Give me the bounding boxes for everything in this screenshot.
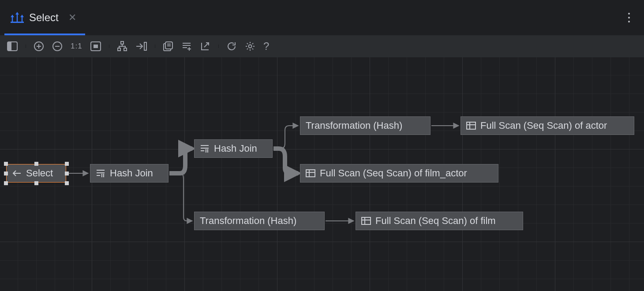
tab-select[interactable]: Select ✕ [4, 0, 85, 35]
selection-handle[interactable] [65, 181, 69, 185]
svg-rect-9 [124, 48, 127, 51]
svg-rect-2 [8, 42, 11, 50]
node-label: Hash Join [110, 168, 153, 179]
zoom-in-button[interactable] [34, 41, 44, 52]
toggle-sidebar-button[interactable] [7, 41, 18, 51]
close-icon[interactable]: ✕ [68, 13, 76, 22]
table-icon [306, 169, 315, 177]
selection-handle[interactable] [34, 162, 38, 166]
svg-rect-8 [118, 48, 120, 51]
svg-point-12 [248, 45, 251, 48]
text-frame-button[interactable] [181, 41, 192, 52]
node-fullscan-film[interactable]: Full Scan (Seq Scan) of film [356, 212, 523, 230]
zoom-out-button[interactable] [52, 41, 63, 52]
join-icon [200, 145, 210, 153]
svg-rect-15 [306, 170, 315, 177]
stack-view-button[interactable] [163, 41, 173, 52]
toolbar: 1:1 ? [0, 35, 644, 57]
explain-plan-icon [11, 12, 24, 23]
tab-label: Select [29, 11, 59, 24]
node-label: Full Scan (Seq Scan) of film_actor [320, 168, 467, 179]
node-fullscan-film-actor[interactable]: Full Scan (Seq Scan) of film_actor [300, 164, 498, 183]
svg-text:?: ? [263, 41, 269, 52]
node-transformation-hash-2[interactable]: Transformation (Hash) [194, 212, 325, 230]
node-label: Full Scan (Seq Scan) of actor [480, 120, 607, 131]
help-button[interactable]: ? [263, 41, 270, 52]
zoom-reset-button[interactable]: 1:1 [71, 42, 82, 51]
refresh-button[interactable] [226, 41, 237, 52]
navigate-into-button[interactable] [135, 41, 147, 51]
tab-bar: Select ✕ [0, 0, 644, 35]
join-icon [96, 169, 105, 177]
selection-handle[interactable] [4, 172, 8, 175]
layout-button[interactable] [117, 41, 127, 52]
svg-rect-14 [467, 122, 476, 129]
svg-rect-0 [11, 22, 24, 23]
node-label: Hash Join [214, 143, 257, 154]
node-select[interactable]: Select [6, 164, 66, 183]
export-button[interactable] [200, 41, 210, 52]
selection-handle[interactable] [65, 172, 69, 175]
node-fullscan-actor[interactable]: Full Scan (Seq Scan) of actor [461, 116, 634, 135]
table-icon [466, 122, 476, 130]
node-hash-join-2[interactable]: Hash Join [194, 139, 273, 158]
node-label: Select [26, 168, 53, 179]
selection-handle[interactable] [4, 181, 8, 185]
selection-handle[interactable] [34, 181, 38, 185]
settings-button[interactable] [245, 41, 255, 52]
svg-rect-6 [94, 45, 98, 48]
svg-rect-10 [144, 42, 146, 50]
node-transformation-hash-1[interactable]: Transformation (Hash) [300, 116, 431, 135]
table-icon [361, 217, 371, 225]
fit-content-button[interactable] [90, 41, 101, 51]
selection-handle[interactable] [65, 162, 69, 166]
plan-canvas[interactable]: Select Hash Join Hash Join Transformatio… [0, 57, 644, 291]
node-label: Transformation (Hash) [200, 215, 296, 227]
node-label: Transformation (Hash) [306, 120, 402, 131]
arrow-left-icon [12, 170, 22, 177]
svg-rect-16 [362, 217, 371, 224]
svg-rect-7 [121, 41, 124, 44]
node-hash-join-1[interactable]: Hash Join [90, 164, 168, 183]
selection-handle[interactable] [4, 162, 8, 166]
more-actions-icon[interactable] [625, 10, 633, 25]
node-label: Full Scan (Seq Scan) of film [375, 215, 496, 227]
